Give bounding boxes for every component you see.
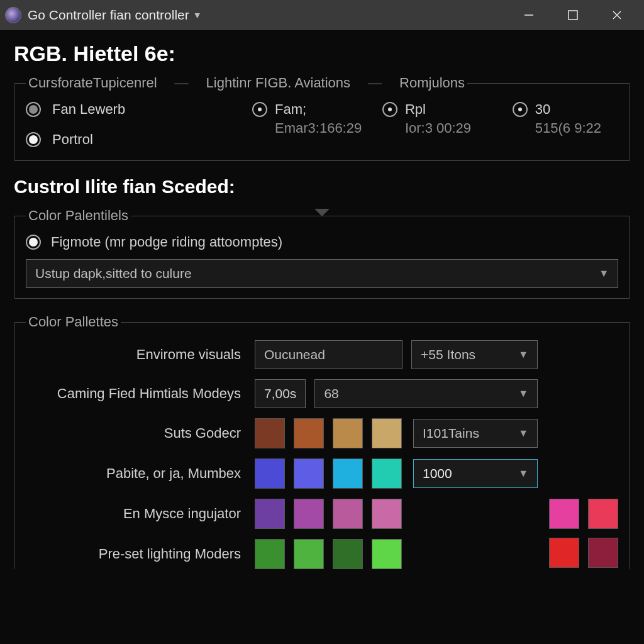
- col-rpl-sub: Ior:3 00:29: [382, 120, 500, 136]
- label-pabite: Pabite, or ja, Mumbex: [26, 465, 246, 482]
- swatch[interactable]: [294, 418, 324, 448]
- radio-dot-icon: [513, 102, 528, 117]
- swatch[interactable]: [372, 539, 402, 569]
- content-area: RGB. Hiettel 6e: CursforateTupicenrel — …: [0, 30, 644, 569]
- swatch[interactable]: [372, 499, 402, 529]
- col-head: 30: [535, 101, 550, 118]
- swatch[interactable]: [372, 418, 402, 448]
- swatch[interactable]: [549, 538, 579, 568]
- chevron-down-icon: ▼: [518, 428, 528, 439]
- top-legend-0: CursforateTupicenrel: [28, 75, 157, 91]
- top-panel-legend: CursforateTupicenrel — Lightinr FIGB. Av…: [26, 75, 467, 91]
- pabite-swatches: [255, 458, 402, 489]
- palentilels-combo-value: Ustup dapk,sitted to culure: [35, 266, 192, 281]
- swatch[interactable]: [333, 458, 363, 489]
- top-legend-1: Lightinr FIGB. Aviations: [206, 75, 351, 91]
- chevron-down-icon: ▼: [599, 268, 609, 279]
- swatch[interactable]: [255, 539, 285, 569]
- swatch[interactable]: [333, 499, 363, 529]
- col-rpl[interactable]: Rpl: [382, 101, 500, 118]
- radio-dot-icon: [26, 102, 41, 117]
- envirome-left-combo[interactable]: Oucunead: [255, 340, 402, 369]
- palettes-panel: Color Pallettes Envirome visuals Oucunea…: [14, 314, 630, 569]
- swatch[interactable]: [294, 499, 324, 529]
- label-envirome: Envirome visuals: [26, 347, 246, 363]
- swatch[interactable]: [549, 499, 579, 529]
- radio-dot-icon: [26, 132, 41, 147]
- preset-swatches: [255, 539, 538, 569]
- swatch[interactable]: [588, 499, 618, 529]
- right-swatch-grid: [549, 499, 618, 568]
- swatch[interactable]: [372, 458, 402, 489]
- swatch[interactable]: [333, 418, 363, 448]
- swatch[interactable]: [294, 458, 324, 489]
- close-button[interactable]: [595, 0, 639, 30]
- chevron-down-icon: ▼: [518, 468, 528, 479]
- swatch[interactable]: [255, 458, 285, 489]
- gaming-left-input[interactable]: 7,00s: [255, 379, 306, 408]
- app-icon: [5, 7, 21, 23]
- chevron-down-icon: ▼: [518, 388, 528, 399]
- gaming-right-combo[interactable]: 68 ▼: [314, 379, 538, 408]
- suts-swatches: [255, 418, 402, 448]
- radio-dot-icon: [26, 235, 41, 250]
- swatch[interactable]: [255, 499, 285, 529]
- label-gaming: Caming Fied Himtials Modeys: [26, 386, 246, 402]
- palettes-legend: Color Pallettes: [26, 314, 121, 330]
- input-value: 7,00s: [264, 386, 296, 401]
- col-head: Fam;: [275, 101, 306, 118]
- combo-value: 68: [324, 386, 338, 401]
- svg-rect-1: [569, 11, 577, 19]
- swatch[interactable]: [588, 538, 618, 568]
- palentilels-combo[interactable]: Ustup dapk,sitted to culure ▼: [26, 259, 618, 288]
- col-30[interactable]: 30: [513, 101, 618, 118]
- en-mysce-swatches: [255, 499, 538, 529]
- radio-portrol[interactable]: Portrol: [26, 131, 246, 148]
- maximize-button[interactable]: [551, 0, 595, 30]
- top-panel: CursforateTupicenrel — Lightinr FIGB. Av…: [14, 75, 630, 161]
- label-suts: Suts Godecr: [26, 425, 246, 441]
- titlebar: Go Controller fian controller ▼: [0, 0, 644, 30]
- col-fam-sub: Emar3:166:29: [252, 120, 370, 136]
- radio-dot-icon: [382, 102, 397, 117]
- window-controls: [507, 0, 639, 30]
- minimize-button[interactable]: [507, 0, 551, 30]
- swatch[interactable]: [333, 539, 363, 569]
- app-title: Go Controller fian controller: [28, 8, 189, 23]
- radio-label: Portrol: [52, 131, 93, 148]
- swatch[interactable]: [255, 418, 285, 448]
- radio-dot-icon: [252, 102, 267, 117]
- chevron-down-icon: ▼: [518, 349, 528, 360]
- label-preset: Pre-set lighting Moders: [26, 546, 246, 562]
- combo-value: I101Tains: [423, 426, 479, 441]
- figmote-label: Figmote (mr podge riding attoomptes): [51, 234, 282, 250]
- radio-fan-lewerb[interactable]: Fan Lewerb: [26, 101, 246, 118]
- combo-value: 1000: [423, 466, 452, 481]
- pointer-down-icon: [14, 209, 630, 216]
- combo-value: Oucunead: [264, 347, 325, 362]
- label-en-mysce: En Mysce ingujator: [26, 506, 246, 522]
- combo-value: +55 Itons: [421, 347, 475, 362]
- title-dropdown-icon[interactable]: ▼: [193, 10, 202, 20]
- col-head: Rpl: [405, 101, 426, 118]
- col-fam[interactable]: Fam;: [252, 101, 370, 118]
- radio-label: Fan Lewerb: [52, 101, 125, 118]
- swatch[interactable]: [294, 539, 324, 569]
- col-30-sub: 515(6 9:22: [513, 120, 618, 136]
- section-custrol-title: Custrol Ilite fian Sceded:: [14, 176, 630, 197]
- page-title: RGB. Hiettel 6e:: [14, 42, 630, 66]
- palentilels-panel: Color Palentilels Figmote (mr podge ridi…: [14, 208, 630, 299]
- envirome-right-combo[interactable]: +55 Itons ▼: [411, 340, 538, 369]
- suts-combo[interactable]: I101Tains ▼: [413, 419, 538, 448]
- pabite-combo[interactable]: 1000 ▼: [413, 459, 538, 488]
- top-legend-2: Romjulons: [399, 75, 465, 91]
- figmote-option[interactable]: Figmote (mr podge riding attoomptes): [26, 234, 618, 250]
